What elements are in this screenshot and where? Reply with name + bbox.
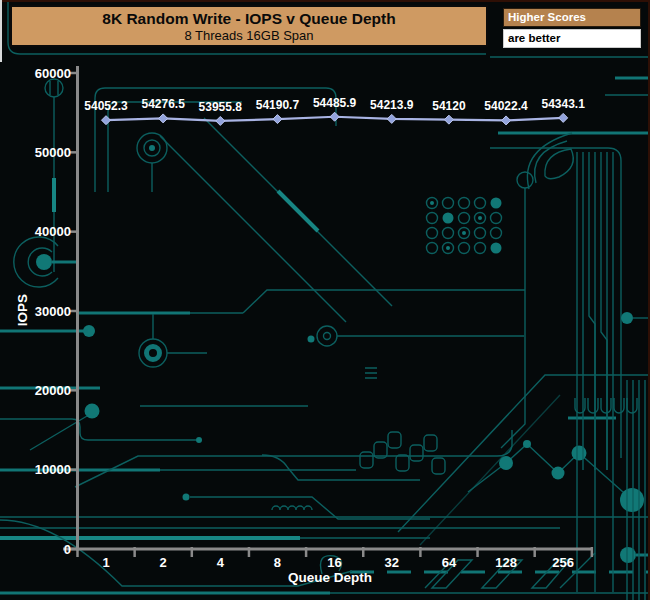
y-axis-tick-label: 30000 — [35, 304, 71, 319]
y-axis-tick-label: 20000 — [35, 383, 71, 398]
circuit-pad — [491, 243, 502, 254]
x-axis-tick-label: 128 — [495, 555, 517, 570]
circuit-pad — [443, 213, 454, 224]
chart-title: 8K Random Write - IOPS v Queue Depth — [102, 10, 395, 28]
y-axis-tick-label: 60000 — [35, 66, 71, 81]
circuit-board-background: 0100002000030000400005000060000124816326… — [0, 0, 650, 600]
x-axis-tick-label: 2 — [160, 555, 167, 570]
y-axis-tick-label: 0 — [64, 542, 71, 557]
circuit-pad — [478, 216, 482, 220]
data-point-label: 54190.7 — [256, 98, 300, 112]
circuit-pad — [491, 198, 502, 209]
y-axis-tick-label: 40000 — [35, 224, 71, 239]
circuit-pad — [430, 201, 434, 205]
circuit-pad — [462, 231, 466, 235]
x-axis-tick-label: 32 — [385, 555, 399, 570]
x-axis-tick-label: 256 — [552, 555, 574, 570]
x-axis-title: Queue Depth — [288, 570, 372, 585]
data-point-label: 54022.4 — [484, 99, 528, 113]
data-point-label: 54343.1 — [542, 97, 586, 111]
circuit-pad — [446, 246, 450, 250]
data-point-label: 53955.8 — [199, 100, 243, 114]
top-edge-line — [0, 0, 650, 2]
data-point-label: 54276.5 — [141, 97, 185, 111]
chart-frame: 0100002000030000400005000060000124816326… — [0, 0, 650, 600]
data-point-label: 54213.9 — [370, 98, 414, 112]
chart-title-box: 8K Random Write - IOPS v Queue Depth 8 T… — [10, 5, 488, 47]
y-axis-tick-label: 10000 — [35, 462, 71, 477]
data-point-label: 54120 — [432, 99, 466, 113]
legend-box: Higher Scores are better — [503, 8, 641, 48]
x-axis-tick-label: 4 — [217, 555, 225, 570]
data-point-label: 54052.3 — [84, 99, 128, 113]
y-axis-title: IOPS — [15, 294, 30, 326]
x-axis-tick-label: 1 — [102, 555, 109, 570]
x-axis-tick-label: 16 — [327, 555, 341, 570]
legend-note: are better — [503, 29, 641, 48]
chart-subtitle: 8 Threads 16GB Span — [184, 28, 313, 43]
x-axis-tick-label: 64 — [442, 555, 457, 570]
legend-title: Higher Scores — [503, 8, 641, 27]
y-axis-tick-label: 50000 — [35, 145, 71, 160]
x-axis-tick-label: 8 — [274, 555, 281, 570]
data-point-label: 54485.9 — [313, 96, 357, 110]
left-edge-line — [0, 0, 2, 62]
